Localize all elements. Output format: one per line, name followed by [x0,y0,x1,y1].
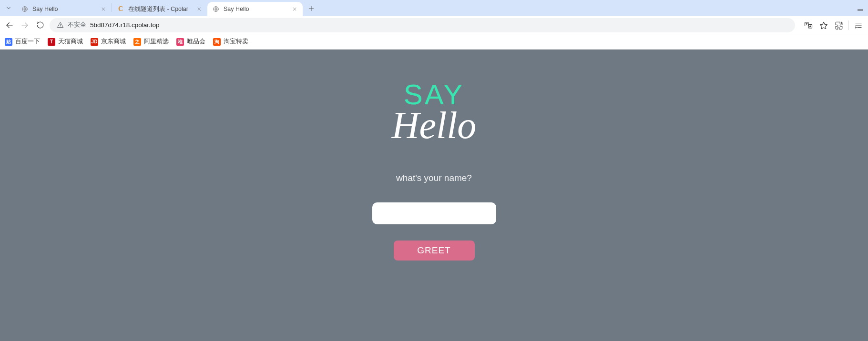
bookmark-tmall[interactable]: T 天猫商城 [48,38,83,46]
bookmark-taobao[interactable]: 淘 淘宝特卖 [213,38,248,46]
name-input[interactable] [372,202,496,224]
tab-title: Say Hello [224,6,287,12]
bookmark-star-button[interactable] [818,20,829,31]
globe-icon [212,5,220,13]
heading-hello: Hello [372,106,496,144]
toolbar-right [803,20,864,31]
new-tab-button[interactable] [305,2,318,15]
bookmark-baidu[interactable]: 贴 百度一下 [5,38,40,46]
not-secure-label: 不安全 [68,21,86,29]
nav-forward-button[interactable] [19,20,31,31]
tab-close-button[interactable] [196,6,203,12]
bookmark-label: 唯品会 [187,38,205,46]
close-icon [101,7,106,11]
list-icon [854,21,863,30]
chevron-down-icon [6,5,11,11]
nav-back-button[interactable] [4,20,15,31]
bookmarks-bar: 贴 百度一下 T 天猫商城 JD 京东商城 之 阿里精选 唯 唯品会 淘 淘宝特… [0,34,868,50]
address-bar[interactable]: 不安全 5bd87d74.r18.cpolar.top [50,18,795,32]
cpolar-icon: C [117,5,124,13]
bookmark-icon: 贴 [5,38,12,46]
tab-close-button[interactable] [100,6,107,12]
plus-icon [308,5,315,12]
tab-cpolar-tunnels[interactable]: C 在线隧道列表 - Cpolar [112,2,207,16]
svg-point-13 [60,26,61,27]
svg-marker-16 [820,22,827,29]
globe-icon [21,5,29,13]
translate-button[interactable] [803,20,814,31]
name-prompt: what's your name? [372,173,496,183]
reload-icon [36,21,44,29]
bookmark-label: 天猫商城 [58,38,83,46]
close-icon [292,7,297,11]
bookmark-icon: 唯 [176,38,184,46]
bookmark-label: 京东商城 [101,38,126,46]
greeting-form: SAY Hello what's your name? GREET [372,78,496,341]
bookmark-label: 百度一下 [15,38,40,46]
toolbar: 不安全 5bd87d74.r18.cpolar.top [0,16,868,34]
bookmark-icon: T [48,38,55,46]
tab-title: 在线隧道列表 - Cpolar [128,5,192,13]
reading-list-button[interactable] [853,20,864,31]
window-minimize-button[interactable] [858,10,863,10]
tab-title: Say Hello [32,6,96,12]
tab-say-hello-active[interactable]: Say Hello [207,2,303,16]
url-text: 5bd87d74.r18.cpolar.top [90,21,160,29]
arrow-right-icon [20,21,29,30]
not-secure-icon [56,21,64,29]
bookmark-jd[interactable]: JD 京东商城 [91,38,126,46]
puzzle-icon [835,21,843,30]
bookmark-icon: 之 [133,38,141,46]
bookmark-label: 阿里精选 [144,38,169,46]
arrow-left-icon [5,21,14,30]
translate-icon [804,21,813,30]
reload-button[interactable] [34,20,46,31]
browser-window: Say Hello C 在线隧道列表 - Cpolar Say Hello [0,0,868,341]
bookmark-icon: 淘 [213,38,221,46]
bookmark-icon: JD [91,38,98,46]
tab-say-hello-1[interactable]: Say Hello [16,2,112,16]
tabs-dropdown-button[interactable] [4,3,13,13]
extensions-button[interactable] [833,20,845,31]
separator [848,20,849,30]
bookmark-label: 淘宝特卖 [224,38,248,46]
tab-strip: Say Hello C 在线隧道列表 - Cpolar Say Hello [0,0,868,16]
star-icon [819,21,828,30]
close-icon [197,7,202,11]
greet-button[interactable]: GREET [394,241,475,261]
tab-close-button[interactable] [291,6,298,12]
page-viewport: SAY Hello what's your name? GREET [0,50,868,341]
bookmark-ali[interactable]: 之 阿里精选 [133,38,169,46]
bookmark-vip[interactable]: 唯 唯品会 [176,38,205,46]
